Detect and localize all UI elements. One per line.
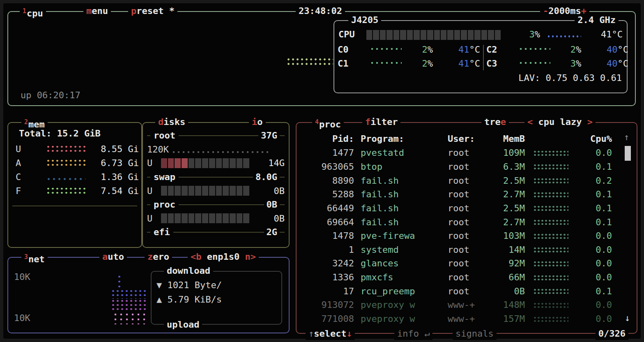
- mem-row-graph: [46, 159, 85, 167]
- disk-used-value: 0B: [249, 186, 285, 196]
- process-cpu-pct: 0.1: [568, 162, 612, 172]
- cpu-total-percent: 3%: [505, 29, 540, 39]
- uptime-label: up 06:20:17: [21, 90, 80, 100]
- process-name: systemd: [354, 245, 443, 255]
- meter-block: [202, 213, 208, 223]
- meter-block: [243, 186, 249, 196]
- process-row[interactable]: 1336pmxcfsroot66M0.0: [297, 270, 637, 284]
- meter-block: [434, 30, 440, 40]
- core-temp: 41°C: [433, 44, 480, 55]
- proc-box: 4proc filter tree < cpu lazy > Pid: Prog…: [296, 122, 637, 334]
- process-user: root: [443, 176, 492, 186]
- upload-label: upload: [164, 319, 202, 331]
- proc-signals-button[interactable]: signals: [453, 328, 497, 340]
- proc-box-title[interactable]: 4proc: [312, 116, 344, 131]
- leader-line: [280, 135, 285, 136]
- net-box-title[interactable]: 3net: [21, 251, 48, 266]
- meter-block: [386, 30, 392, 40]
- process-row[interactable]: 1systemdroot14M0.0: [297, 243, 637, 256]
- proc-info-button[interactable]: info ↵: [394, 328, 432, 340]
- process-pid: 771008: [303, 314, 354, 324]
- process-row[interactable]: 69664fail.shroot2.7M0.1: [297, 215, 637, 229]
- meter-block: [223, 158, 229, 168]
- proc-filter-button[interactable]: filter: [362, 116, 400, 128]
- meter-block: [454, 30, 460, 40]
- meter-block: [175, 213, 181, 223]
- meter-block: [230, 158, 236, 168]
- scroll-up-icon[interactable]: ↑: [624, 132, 629, 142]
- process-pid: 1: [303, 245, 354, 255]
- net-auto-toggle[interactable]: auto: [99, 251, 127, 263]
- disks-box-title[interactable]: disks: [155, 116, 188, 128]
- upload-rate-row: ▲ 5.79 KiB/s: [156, 294, 222, 305]
- process-mem: 148M: [492, 300, 525, 310]
- cpu-total-temp: 41°C: [601, 29, 623, 39]
- sort-next-button[interactable]: >: [587, 117, 593, 127]
- mem-row: C1.36 Gi: [8, 170, 141, 184]
- col-header-user[interactable]: User:: [443, 134, 492, 144]
- process-name: fail.sh: [354, 176, 443, 186]
- disk-size: 37G: [258, 130, 280, 141]
- mem-row-label: C: [16, 172, 29, 182]
- disk-section-header: proc0B: [147, 198, 285, 212]
- mem-row-value: 8.55 Gi: [85, 144, 141, 154]
- process-row[interactable]: 771008pveproxy wwww-+157M0.0: [297, 312, 637, 326]
- process-row[interactable]: 17rcu_preemproot0B0.1: [297, 284, 637, 298]
- process-row[interactable]: 5288fail.shroot2.7M0.1: [297, 187, 637, 201]
- process-row[interactable]: 1478pve-firewaroot103M0.0: [297, 229, 637, 243]
- process-row[interactable]: 1477pvestatdroot109M0.0: [297, 146, 637, 160]
- sort-prev-button[interactable]: <: [527, 117, 533, 127]
- core-temp: 41°C: [433, 58, 480, 69]
- process-cpu-graph: [533, 316, 568, 322]
- disks-io-toggle[interactable]: io: [249, 116, 266, 128]
- process-name: btop: [354, 162, 443, 172]
- load-average-row: LAV: 0.75 0.63 0.61: [518, 73, 622, 83]
- cpu-box-title[interactable]: 1cpu: [20, 5, 46, 20]
- meter-block: [447, 30, 453, 40]
- interval-decrease-button[interactable]: -: [543, 6, 548, 16]
- mem-box-hotkey: 2: [24, 118, 28, 126]
- net-zero-toggle[interactable]: zero: [145, 251, 172, 263]
- core-percent: 2%: [402, 58, 433, 69]
- process-cpu-pct: 0.1: [568, 217, 612, 227]
- proc-tree-toggle[interactable]: tree: [481, 116, 509, 128]
- mem-row: A6.73 Gi: [8, 156, 141, 170]
- net-prev-iface-button[interactable]: <b: [191, 252, 202, 262]
- cpu-cores-left-column: C02%41°CC12%41°C: [338, 42, 482, 70]
- process-row[interactable]: 963065btoproot6.3M0.1: [297, 160, 637, 174]
- process-name: fail.sh: [354, 189, 443, 199]
- meter-block: [182, 186, 188, 196]
- meter-block: [414, 30, 419, 40]
- meter-block: [421, 30, 426, 40]
- col-header-program[interactable]: Program:: [354, 134, 443, 144]
- leader-line: [179, 135, 258, 136]
- core-label: C3: [486, 58, 504, 69]
- mem-rows: U8.55 GiA6.73 GiC1.36 GiF7.54 Gi: [8, 142, 141, 198]
- process-row[interactable]: 66449fail.shroot2.5M0.1: [297, 201, 637, 215]
- process-row[interactable]: 8890fail.shroot2.5M0.2: [297, 173, 637, 187]
- cpu-box-hotkey: 1: [23, 7, 26, 15]
- net-next-iface-button[interactable]: n>: [245, 252, 256, 262]
- meter-block: [380, 30, 386, 40]
- col-header-cpu[interactable]: Cpu%: [568, 134, 612, 144]
- col-header-mem[interactable]: MemB: [492, 134, 525, 144]
- select-up-icon[interactable]: ↑: [308, 328, 314, 339]
- mem-row-graph: [46, 177, 85, 181]
- process-user: root: [443, 217, 492, 227]
- meter-block: [230, 213, 236, 223]
- process-row[interactable]: 3242glancesroot92M0.0: [297, 256, 637, 270]
- select-down-icon[interactable]: ↓: [347, 328, 352, 339]
- meter-block: [195, 186, 201, 196]
- process-row[interactable]: 913072pveproxy wwww-+148M0.0: [297, 298, 637, 312]
- core-percent: 2%: [550, 44, 582, 55]
- menu-button[interactable]: menu: [83, 5, 111, 17]
- proc-select-control[interactable]: ↑select↓: [306, 328, 355, 340]
- process-cpu-graph: [533, 178, 568, 183]
- preset-button[interactable]: preset *: [128, 5, 177, 17]
- cpu-total-label: CPU: [338, 29, 355, 39]
- process-mem: 6.3M: [492, 162, 525, 172]
- col-header-pid[interactable]: Pid:: [303, 134, 354, 144]
- process-cpu-graph: [533, 150, 568, 156]
- process-cpu-pct: 0.0: [568, 148, 612, 158]
- disk-name: proc: [150, 199, 179, 210]
